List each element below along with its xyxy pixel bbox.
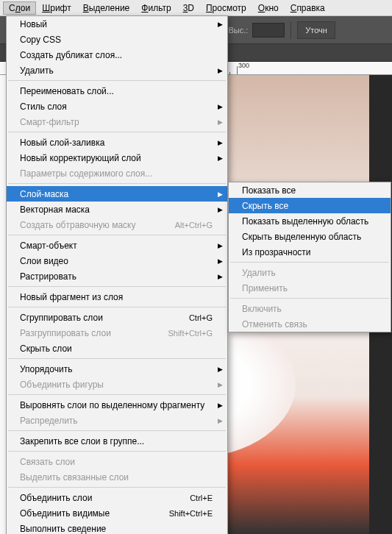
menu-item-label: Скрыть все (242, 201, 288, 211)
menu-shortcut: Shift+Ctrl+G (168, 329, 213, 338)
menu-item-label: Включить (242, 304, 282, 314)
menubar-item-фильтр[interactable]: Фильтр (135, 1, 177, 15)
menu-item[interactable]: Слои видео▶ (7, 253, 227, 268)
menu-item[interactable]: Показать выделенную область (229, 213, 391, 229)
menu-item[interactable]: Скрыть слои (7, 341, 227, 356)
menu-item-label: Из прозрачности (242, 247, 311, 257)
menu-item[interactable]: Упорядочить▶ (7, 361, 227, 377)
menu-item-label: Выделить связанные слои (20, 472, 129, 483)
menu-item[interactable]: Сгруппировать слоиCtrl+G (7, 310, 227, 325)
submenu-arrow-icon: ▶ (218, 67, 223, 74)
menu-item-label: Copy CSS (20, 35, 61, 45)
submenu-arrow-icon: ▶ (218, 191, 223, 198)
menu-item: Создать обтравочную маскуAlt+Ctrl+G (7, 217, 227, 232)
menu-item-label: Новый фрагмент из слоя (20, 292, 123, 302)
submenu-arrow-icon: ▶ (218, 206, 223, 213)
menu-item: Связать слои (7, 454, 227, 469)
menu-item: Разгруппировать слоиShift+Ctrl+G (7, 325, 227, 341)
menu-item-label: Применить (242, 283, 288, 293)
menu-separator (8, 80, 226, 81)
menu-shortcut: Ctrl+G (189, 313, 213, 322)
menu-item[interactable]: Закрепить все слои в группе... (7, 433, 227, 449)
menu-shortcut: Ctrl+E (190, 494, 213, 502)
menu-item[interactable]: Слой-маска▶ (7, 186, 227, 202)
menu-item-label: Растрировать (20, 271, 76, 282)
menu-item[interactable]: Copy CSS (7, 32, 227, 47)
menu-item: Применить (229, 280, 391, 296)
menubar-item-окно[interactable]: Окно (252, 1, 285, 15)
menu-item[interactable]: Растрировать▶ (7, 268, 227, 284)
menu-item[interactable]: Скрыть все (229, 198, 391, 213)
menu-item-label: Связать слои (20, 457, 75, 467)
menu-item-label: Скрыть слои (20, 343, 72, 354)
submenu-arrow-icon: ▶ (218, 242, 223, 249)
menu-item-label: Сгруппировать слои (20, 313, 103, 323)
menu-item[interactable]: Новый фрагмент из слоя (7, 289, 227, 305)
menu-item[interactable]: Из прозрачности (229, 244, 391, 260)
menu-separator (8, 183, 226, 184)
menu-item-label: Смарт-фильтр (20, 117, 79, 127)
submenu-arrow-icon: ▶ (218, 103, 223, 110)
menu-item[interactable]: Переименовать слой... (7, 83, 227, 99)
menu-item-label: Выполнить сведение (20, 524, 106, 534)
height-input[interactable] (252, 23, 285, 38)
menu-item-label: Отменить связь (242, 319, 307, 330)
menu-item-label: Распределить (20, 416, 78, 426)
menu-item-label: Объединить слои (20, 493, 92, 503)
menu-item-label: Упорядочить (20, 364, 72, 374)
menu-item[interactable]: Выполнить сведение (7, 521, 227, 534)
menu-item-label: Векторная маска (20, 204, 90, 215)
menu-item[interactable]: Создать дубликат слоя... (7, 47, 227, 63)
menubar-item-выделение[interactable]: Выделение (77, 1, 136, 15)
menu-separator (8, 430, 226, 431)
menu-item[interactable]: Новый корректирующий слой▶ (7, 150, 227, 165)
submenu-arrow-icon: ▶ (218, 257, 223, 265)
menu-separator (8, 358, 226, 359)
submenu-arrow-icon: ▶ (218, 366, 223, 373)
menu-separator (8, 451, 226, 452)
menu-separator (8, 394, 226, 395)
submenu-arrow-icon: ▶ (218, 417, 223, 424)
menu-item[interactable]: Смарт-объект▶ (7, 238, 227, 253)
menu-item: Включить (229, 301, 391, 316)
submenu-arrow-icon: ▶ (218, 154, 223, 162)
menu-item-label: Стиль слоя (20, 102, 67, 112)
menu-item-label: Слои видео (20, 256, 68, 266)
menu-item-label: Объединить видимые (20, 508, 110, 519)
menu-item[interactable]: Новый▶ (7, 16, 227, 32)
menu-item[interactable]: Выровнять слои по выделенному фрагменту▶ (7, 397, 227, 413)
menu-item[interactable]: Объединить видимыеShift+Ctrl+E (7, 505, 227, 521)
layer-menu: Новый▶Copy CSSСоздать дубликат слоя...Уд… (6, 15, 228, 534)
menu-item-label: Разгруппировать слои (20, 328, 111, 338)
menu-item-label: Создать обтравочную маску (20, 220, 136, 230)
menu-item[interactable]: Стиль слоя▶ (7, 99, 227, 114)
menu-item: Выделить связанные слои (7, 469, 227, 485)
menubar-item-просмотр[interactable]: Просмотр (200, 1, 252, 15)
menu-separator (8, 132, 226, 132)
layer-mask-submenu: Показать всеСкрыть всеПоказать выделенну… (228, 182, 391, 332)
menubar: СлоиШрифтВыделениеФильтр3DПросмотрОкноСп… (0, 0, 392, 16)
menu-item[interactable]: Показать все (229, 182, 391, 198)
refine-edge-button[interactable]: Уточн (297, 21, 335, 39)
menu-item-label: Смарт-объект (20, 241, 77, 251)
menubar-item-слои[interactable]: Слои (3, 1, 36, 15)
submenu-arrow-icon: ▶ (218, 402, 223, 409)
menu-item[interactable]: Новый слой-заливка▶ (7, 135, 227, 150)
menu-item[interactable]: Удалить▶ (7, 63, 227, 78)
menubar-item-шрифт[interactable]: Шрифт (36, 1, 76, 15)
menu-item: Отменить связь (229, 316, 391, 332)
menu-item-label: Закрепить все слои в группе... (20, 436, 144, 446)
menu-separator (8, 487, 226, 488)
menu-item[interactable]: Векторная маска▶ (7, 202, 227, 217)
menu-item-label: Удалить (20, 65, 54, 76)
menubar-item-справка[interactable]: Справка (285, 1, 331, 15)
menu-separator (230, 262, 389, 263)
menu-item-label: Удалить (242, 268, 276, 278)
menu-item[interactable]: Объединить слоиCtrl+E (7, 490, 227, 505)
submenu-arrow-icon: ▶ (218, 381, 223, 388)
menu-item[interactable]: Скрыть выделенную область (229, 229, 391, 244)
menu-item: Объединить фигуры▶ (7, 377, 227, 392)
menubar-item-3d[interactable]: 3D (177, 1, 200, 15)
menu-separator (8, 286, 226, 287)
menu-item-label: Новый корректирующий слой (20, 153, 141, 163)
